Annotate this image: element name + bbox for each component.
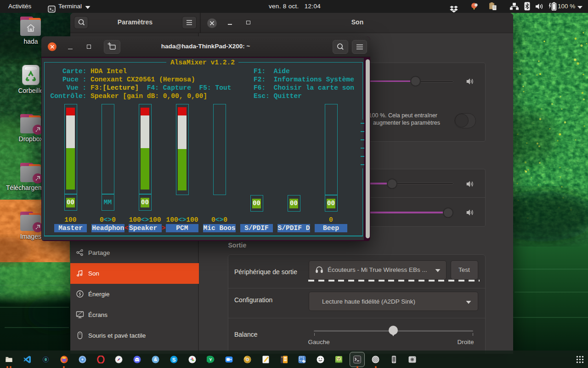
svg-text:Y: Y (209, 357, 212, 362)
svg-text:&: & (154, 356, 158, 362)
svg-text:S: S (172, 357, 176, 362)
